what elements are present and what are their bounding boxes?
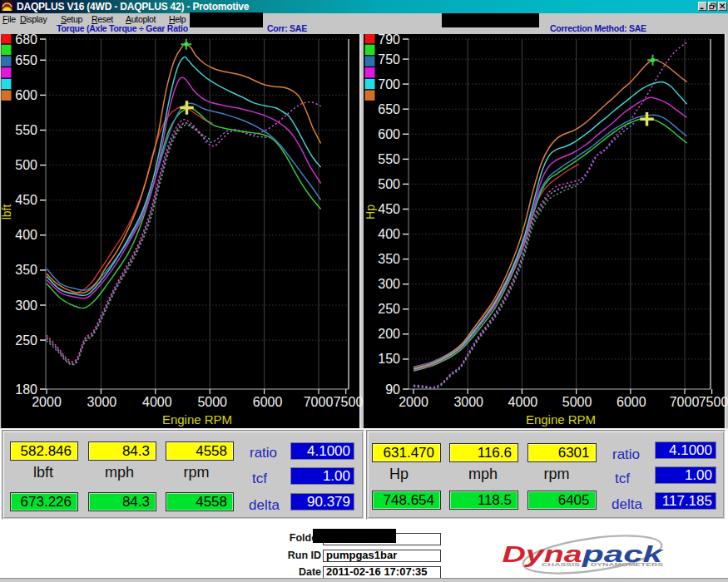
svg-text:DYNAMOMETERS: DYNAMOMETERS: [591, 561, 663, 567]
svg-text:700: 700: [378, 77, 400, 91]
svg-text:500: 500: [378, 177, 400, 191]
svg-text:6000: 6000: [253, 395, 283, 409]
svg-text:2000: 2000: [399, 395, 428, 409]
svg-text:4000: 4000: [508, 395, 538, 409]
svg-text:750: 750: [378, 52, 400, 67]
svg-text:450: 450: [378, 202, 400, 216]
svg-text:650: 650: [378, 102, 400, 116]
svg-text:680: 680: [15, 34, 37, 47]
svg-text:lbft: lbft: [0, 205, 13, 220]
svg-text:600: 600: [378, 127, 400, 141]
svg-text:2000: 2000: [32, 395, 62, 409]
svg-text:Engine RPM: Engine RPM: [526, 412, 596, 427]
svg-text:600: 600: [15, 88, 37, 102]
svg-text:7000: 7000: [304, 395, 334, 409]
svg-text:7500: 7500: [334, 395, 364, 409]
svg-text:3000: 3000: [453, 395, 483, 409]
svg-text:250: 250: [378, 302, 400, 316]
svg-text:CHASSIS: CHASSIS: [542, 561, 580, 567]
svg-text:500: 500: [15, 158, 37, 172]
svg-text:Engine RPM: Engine RPM: [162, 412, 232, 427]
svg-text:400: 400: [15, 228, 37, 242]
svg-text:650: 650: [15, 53, 37, 67]
svg-text:180: 180: [15, 382, 37, 397]
svg-text:6000: 6000: [617, 395, 646, 409]
svg-text:Hp: Hp: [364, 205, 377, 219]
svg-text:300: 300: [378, 277, 400, 291]
svg-text:4000: 4000: [142, 395, 172, 409]
svg-text:5000: 5000: [197, 395, 227, 409]
svg-text:400: 400: [378, 227, 400, 241]
svg-text:90: 90: [385, 382, 400, 397]
svg-text:450: 450: [15, 193, 37, 207]
svg-text:350: 350: [15, 263, 37, 277]
svg-text:5000: 5000: [562, 395, 592, 409]
svg-text:250: 250: [15, 333, 37, 348]
svg-text:350: 350: [378, 252, 400, 266]
svg-text:200: 200: [378, 327, 400, 341]
svg-text:550: 550: [15, 123, 37, 137]
svg-text:300: 300: [15, 298, 37, 313]
svg-text:150: 150: [378, 352, 400, 366]
svg-text:7500: 7500: [699, 395, 728, 409]
svg-text:3000: 3000: [87, 395, 117, 409]
svg-text:550: 550: [378, 152, 400, 166]
svg-text:790: 790: [378, 34, 400, 47]
svg-text:7000: 7000: [670, 395, 700, 409]
